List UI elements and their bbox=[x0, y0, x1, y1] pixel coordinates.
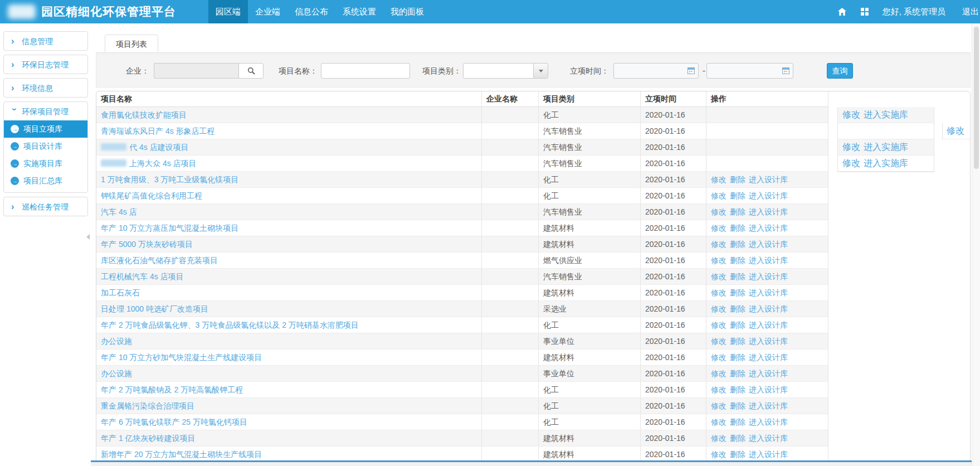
action-link[interactable]: 进入设计库 bbox=[749, 256, 788, 265]
action-link[interactable]: 修改 bbox=[842, 158, 860, 168]
action-link[interactable]: 修改 bbox=[842, 110, 860, 119]
project-name-link[interactable]: 新增年产 20 万立方加气混凝土砌块生产线项目 bbox=[101, 450, 262, 459]
action-link[interactable]: 删除 bbox=[730, 369, 745, 378]
action-link[interactable]: 修改 bbox=[711, 207, 727, 216]
nav-item-park[interactable]: 园区端 bbox=[208, 0, 248, 23]
project-name-link[interactable]: 青海瑞诚东风日产 4s 形象店工程 bbox=[101, 127, 215, 135]
vertical-scrollbar[interactable] bbox=[972, 23, 980, 466]
query-button[interactable]: 查询 bbox=[827, 63, 853, 79]
logout-link[interactable]: 退出 bbox=[962, 7, 979, 17]
action-link[interactable]: 进入设计库 bbox=[749, 418, 788, 426]
action-link[interactable]: 修改 bbox=[711, 450, 727, 459]
project-name-link[interactable]: 上海大众 4s 店项目 bbox=[129, 159, 197, 168]
company-input[interactable] bbox=[154, 63, 238, 79]
action-link[interactable]: 修改 bbox=[711, 321, 727, 329]
action-link[interactable]: 修改 bbox=[711, 288, 727, 297]
action-link[interactable]: 进入实施库 bbox=[864, 158, 908, 168]
action-link[interactable]: 进入设计库 bbox=[749, 304, 788, 313]
action-link[interactable]: 修改 bbox=[711, 401, 727, 410]
project-name-link[interactable]: 年产 5000 万块灰砂砖项目 bbox=[101, 240, 193, 249]
action-link[interactable]: 进入设计库 bbox=[749, 369, 788, 378]
project-name-link[interactable]: 日处理 1000 吨选矿厂改造项目 bbox=[101, 304, 208, 313]
project-name-link[interactable]: 办公设施 bbox=[101, 337, 132, 346]
action-link[interactable]: 进入设计库 bbox=[749, 272, 788, 281]
action-link[interactable]: 删除 bbox=[730, 434, 745, 443]
action-link[interactable]: 删除 bbox=[730, 272, 745, 281]
grid-icon[interactable] bbox=[860, 7, 869, 16]
sidebar-item-info-management[interactable]: ›信息管理 bbox=[4, 32, 87, 50]
action-link[interactable]: 进入实施库 bbox=[864, 142, 908, 152]
action-link[interactable]: 删除 bbox=[730, 288, 745, 297]
action-link[interactable]: 进入设计库 bbox=[749, 175, 788, 184]
action-link[interactable]: 修改 bbox=[711, 256, 727, 265]
select-dropdown-button[interactable] bbox=[533, 64, 548, 78]
sidebar-item-env-project-management[interactable]: ›环保项目管理 bbox=[4, 102, 87, 120]
action-link[interactable]: 删除 bbox=[730, 353, 745, 362]
nav-item-settings[interactable]: 系统设置 bbox=[335, 0, 383, 23]
action-link[interactable]: 进入设计库 bbox=[749, 353, 788, 362]
project-name-link[interactable]: 年产 10 万立方蒸压加气混凝土砌块项目 bbox=[101, 224, 238, 232]
action-link[interactable]: 删除 bbox=[730, 337, 745, 346]
project-name-link[interactable]: 年产 6 万吨氯化镁联产 25 万吨氯化钙项目 bbox=[101, 418, 247, 426]
action-link[interactable]: 进入设计库 bbox=[749, 224, 788, 232]
date-to-input[interactable] bbox=[706, 63, 793, 79]
action-link[interactable]: 删除 bbox=[730, 385, 745, 394]
home-icon[interactable] bbox=[838, 7, 847, 16]
tab-project-list[interactable]: 项目列表 bbox=[105, 35, 158, 53]
action-link[interactable]: 修改 bbox=[711, 175, 727, 184]
action-link[interactable]: 修改 bbox=[711, 418, 727, 426]
action-link[interactable]: 删除 bbox=[730, 418, 745, 426]
action-link[interactable]: 修改 bbox=[711, 353, 727, 362]
action-link[interactable]: 修改 bbox=[711, 385, 727, 394]
nav-item-announcement[interactable]: 信息公布 bbox=[287, 0, 335, 23]
project-name-link[interactable]: 办公设施 bbox=[101, 369, 132, 378]
action-link[interactable]: 进入设计库 bbox=[749, 288, 788, 297]
sidebar-item-inspection-task-management[interactable]: ›巡检任务管理 bbox=[4, 197, 87, 216]
action-link[interactable]: 进入设计库 bbox=[749, 337, 788, 346]
project-name-link[interactable]: 年产 10 万立方砂加气块混凝土生产线建设项目 bbox=[101, 353, 262, 362]
company-search-button[interactable] bbox=[238, 63, 264, 79]
action-link[interactable]: 修改 bbox=[711, 434, 727, 443]
action-link[interactable]: 修改 bbox=[711, 191, 727, 200]
project-name-link[interactable]: 汽车 4s 店 bbox=[101, 207, 137, 216]
action-link[interactable]: 进入设计库 bbox=[749, 240, 788, 249]
action-link[interactable]: 删除 bbox=[730, 175, 745, 184]
project-name-link[interactable]: 加工石灰石 bbox=[101, 288, 140, 297]
sidebar-item-env-log-management[interactable]: ›环保日志管理 bbox=[4, 55, 87, 74]
action-link[interactable]: 删除 bbox=[730, 321, 745, 329]
action-link[interactable]: 进入设计库 bbox=[749, 450, 788, 459]
project-name-link[interactable]: 库区液化石油气储存扩容充装项目 bbox=[101, 256, 218, 265]
action-link[interactable]: 修改 bbox=[947, 126, 964, 135]
project-name-link[interactable]: 年产 2 万吨氯酸钠及 2 万吨高氯酸钾工程 bbox=[101, 385, 243, 394]
action-link[interactable]: 删除 bbox=[730, 207, 745, 216]
action-link[interactable]: 删除 bbox=[730, 191, 745, 200]
category-select[interactable] bbox=[463, 63, 548, 79]
project-name-link[interactable]: 食用氯化镁技改扩能项目 bbox=[101, 110, 187, 119]
action-link[interactable]: 进入设计库 bbox=[749, 385, 788, 394]
project-name-link[interactable]: 年产 2 万吨食品级氯化钾、3 万吨食品级氯化镁以及 2 万吨硝基水溶肥项目 bbox=[101, 321, 359, 329]
action-link[interactable]: 进入设计库 bbox=[749, 321, 788, 329]
action-link[interactable]: 删除 bbox=[730, 224, 745, 232]
action-link[interactable]: 修改 bbox=[711, 304, 727, 313]
nav-item-dashboard[interactable]: 我的面板 bbox=[383, 0, 431, 23]
action-link[interactable]: 进入设计库 bbox=[749, 207, 788, 216]
sidebar-item-project-initiation-library[interactable]: →项目立项库 bbox=[4, 120, 87, 138]
project-name-input[interactable] bbox=[321, 63, 410, 79]
project-name-link[interactable]: 工程机械汽车 4s 店项目 bbox=[101, 272, 184, 281]
action-link[interactable]: 修改 bbox=[711, 240, 727, 249]
action-link[interactable]: 进入设计库 bbox=[749, 191, 788, 200]
sidebar-item-project-summary-library[interactable]: →项目汇总库 bbox=[4, 172, 87, 190]
action-link[interactable]: 修改 bbox=[711, 337, 727, 346]
action-link[interactable]: 修改 bbox=[711, 272, 727, 281]
action-link[interactable]: 进入设计库 bbox=[749, 434, 788, 443]
project-name-link[interactable]: 钾镁尾矿高值化综合利用工程 bbox=[101, 191, 202, 200]
action-link[interactable]: 删除 bbox=[730, 304, 745, 313]
sidebar-item-env-info[interactable]: ›环境信息 bbox=[4, 79, 87, 97]
action-link[interactable]: 修改 bbox=[711, 224, 727, 232]
sidebar-item-implementation-library[interactable]: →实施项目库 bbox=[4, 155, 87, 172]
action-link[interactable]: 修改 bbox=[842, 142, 860, 152]
project-name-link[interactable]: 年产 1 亿块灰砂砖建设项目 bbox=[101, 434, 196, 443]
project-name-link[interactable]: 代 4s 店建设项目 bbox=[129, 143, 189, 152]
scrollbar-thumb[interactable] bbox=[974, 27, 979, 169]
sidebar-item-project-design-library[interactable]: →项目设计库 bbox=[4, 138, 87, 155]
